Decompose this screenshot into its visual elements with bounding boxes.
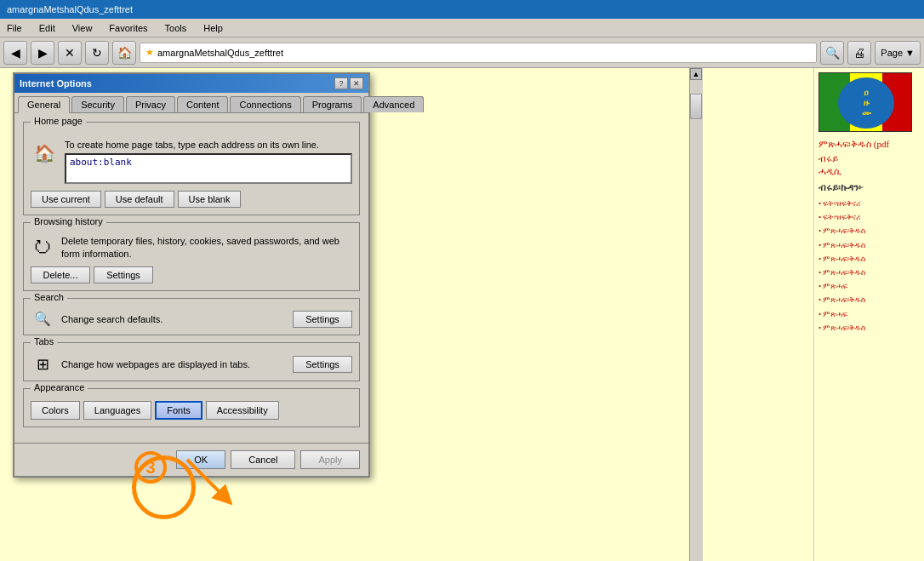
home-button[interactable]: 🏠 [112, 41, 136, 65]
stop-button[interactable]: ✕ [58, 41, 82, 65]
address-input[interactable] [157, 48, 811, 58]
appearance-section-label: Appearance [31, 382, 88, 392]
sidebar-link-8[interactable]: • ምጽሓፍ [818, 307, 920, 321]
sidebar-links-list: • ፍት፡ዝፍቅናሪ • ፍት፡ዝፍቅናሪ • ምጽሓፍ፡ቅዱስ • ምጽሓፍ፡… [818, 197, 920, 335]
webpage-scrollbar[interactable]: ▲ [689, 68, 703, 561]
tabs-icon: ⊞ [31, 355, 54, 374]
tab-connections[interactable]: Connections [230, 96, 300, 112]
sidebar-section-title: ብሩይ፡ኩዳን፦ [818, 182, 920, 193]
favorite-icon: ★ [145, 47, 154, 58]
homepage-right: To create home page tabs, type each addr… [65, 140, 352, 186]
search-section: Search 🔍 Change search defaults. Setting… [23, 298, 360, 335]
sidebar-link-1[interactable]: • ፍት፡ዝፍቅናሪ [818, 210, 920, 224]
dialog-help-button[interactable]: ? [334, 77, 348, 89]
fonts-button[interactable]: Fonts [155, 401, 202, 420]
cancel-button[interactable]: Cancel [231, 450, 295, 469]
tab-privacy[interactable]: Privacy [126, 96, 175, 112]
scroll-thumb[interactable] [690, 94, 702, 119]
homepage-section-label: Home page [31, 116, 86, 126]
tabs-section-label: Tabs [31, 336, 57, 346]
magnifier-icon: 🔍 [31, 311, 54, 327]
appearance-buttons: Colors Languages Fonts Accessibility [31, 401, 352, 420]
bh-buttons: Delete... Settings [31, 266, 352, 283]
sidebar-link-6[interactable]: • ምጽሓፍ [818, 279, 920, 293]
browsing-history-label: Browsing history [31, 216, 106, 226]
homepage-section: Home page 🏠 To create home page tabs, ty… [23, 122, 360, 215]
menu-edit[interactable]: Edit [36, 21, 59, 35]
tab-programs[interactable]: Programs [303, 96, 362, 112]
homepage-url-input[interactable]: about:blank [65, 153, 352, 184]
back-button[interactable]: ◀ [3, 41, 27, 65]
menu-help[interactable]: Help [200, 21, 226, 35]
bh-text: Delete temporary files, history, cookies… [61, 235, 352, 261]
dialog-titlebar-buttons: ? ✕ [334, 77, 363, 89]
scroll-up-btn[interactable]: ▲ [690, 68, 702, 80]
delete-button[interactable]: Delete... [31, 266, 90, 283]
tabs-section-content: ⊞ Change how webpages are displayed in t… [31, 355, 352, 374]
main-content: ዐ : ኦርቶዶክስ : ተዋሕዶ : ቤተ : ካርስቲያን :: [pdf]… [0, 68, 924, 561]
accessibility-button[interactable]: Accessibility [206, 401, 279, 420]
tab-security[interactable]: Security [71, 96, 124, 112]
dialog-titlebar: Internet Options ? ✕ [14, 74, 368, 93]
home-icon: 🏠 [31, 140, 58, 167]
bh-settings-button[interactable]: Settings [94, 266, 153, 283]
menu-view[interactable]: View [69, 21, 96, 35]
search-go-button[interactable]: 🔍 [820, 41, 844, 65]
colors-button[interactable]: Colors [31, 401, 80, 420]
menu-tools[interactable]: Tools [162, 21, 191, 35]
sidebar-pdf-link[interactable]: ምጽሓፍ፡ቅዱስ (pdf [818, 139, 920, 150]
dialog-tabs: General Security Privacy Content Connect… [14, 93, 368, 113]
logo-circle: ዐዙሙ [838, 77, 894, 129]
bh-content: ⭮ Delete temporary files, history, cooki… [31, 235, 352, 261]
search-content: 🔍 Change search defaults. Settings [31, 311, 352, 328]
menu-favorites[interactable]: Favorites [106, 21, 151, 35]
browser-toolbar: ◀ ▶ ✕ ↻ 🏠 ★ 🔍 🖨 Page ▼ [0, 37, 924, 68]
sidebar-link-0[interactable]: • ፍት፡ዝፍቅናሪ [818, 197, 920, 210]
refresh-button[interactable]: ↻ [85, 41, 109, 65]
right-sidebar: ዐዙሙ ምጽሓፍ፡ቅዱስ (pdf ብሩይ ሓዲሲ ብሩይ፡ኩዳን፦ • ፍት፡… [813, 68, 924, 561]
sidebar-link-5[interactable]: • ምጽሓፍ፡ቅዱስ [818, 266, 920, 279]
internet-options-dialog: Internet Options ? ✕ General Security Pr… [13, 72, 370, 478]
sidebar-link-3[interactable]: • ምጽሓፍ፡ቅዱስ [818, 238, 920, 252]
page-button[interactable]: Page ▼ [875, 41, 921, 65]
sidebar-link2[interactable]: ሓዲሲ [818, 166, 920, 177]
tab-general[interactable]: General [18, 96, 70, 113]
browsing-history-section: Browsing history ⭮ Delete temporary file… [23, 222, 360, 291]
address-bar: ★ [140, 43, 817, 63]
homepage-buttons: Use current Use default Use blank [31, 191, 352, 208]
tabs-text: Change how webpages are displayed in tab… [61, 359, 286, 369]
dialog-footer: OK Cancel Apply [14, 443, 368, 476]
browser-title: amargnaMetshalQdus_zefttret [7, 4, 133, 14]
search-text: Change search defaults. [61, 314, 286, 324]
tab-content[interactable]: Content [177, 96, 229, 112]
apply-button[interactable]: Apply [300, 450, 360, 469]
search-section-label: Search [31, 292, 67, 302]
tabs-settings-button[interactable]: Settings [293, 356, 352, 373]
sidebar-link1[interactable]: ብሩይ [818, 153, 920, 164]
dialog-content-area: Home page 🏠 To create home page tabs, ty… [14, 113, 368, 443]
sidebar-link-4[interactable]: • ምጽሓፍ፡ቅዱስ [818, 252, 920, 266]
menu-bar: File Edit View Favorites Tools Help [0, 19, 924, 37]
menu-file[interactable]: File [3, 21, 26, 35]
use-blank-button[interactable]: Use blank [178, 191, 242, 208]
forward-button[interactable]: ▶ [31, 41, 54, 65]
print-button[interactable]: 🖨 [847, 41, 871, 65]
homepage-content: 🏠 To create home page tabs, type each ad… [31, 140, 352, 186]
search-settings-button[interactable]: Settings [293, 311, 352, 328]
tab-advanced[interactable]: Advanced [363, 96, 424, 112]
dialog-close-button[interactable]: ✕ [350, 77, 363, 89]
use-current-button[interactable]: Use current [31, 191, 101, 208]
languages-button[interactable]: Languages [83, 401, 151, 420]
sidebar-link-2[interactable]: • ምጽሓፍ፡ቅዱስ [818, 224, 920, 238]
homepage-desc: To create home page tabs, type each addr… [65, 140, 352, 150]
sidebar-link-7[interactable]: • ምጽሓፍ፡ቅዱስ [818, 293, 920, 306]
logo-text: ዐዙሙ [862, 88, 871, 118]
use-default-button[interactable]: Use default [105, 191, 174, 208]
sidebar-link-9[interactable]: • ምጽሓፍ፡ቅዱስ [818, 321, 920, 335]
tabs-section: Tabs ⊞ Change how webpages are displayed… [23, 342, 360, 381]
browser-titlebar: amargnaMetshalQdus_zefttret [0, 0, 924, 19]
ok-button[interactable]: OK [176, 450, 225, 469]
history-icon: ⭮ [31, 235, 54, 257]
ethiopia-logo: ዐዙሙ [818, 72, 912, 132]
appearance-section: Appearance Colors Languages Fonts Access… [23, 388, 360, 427]
